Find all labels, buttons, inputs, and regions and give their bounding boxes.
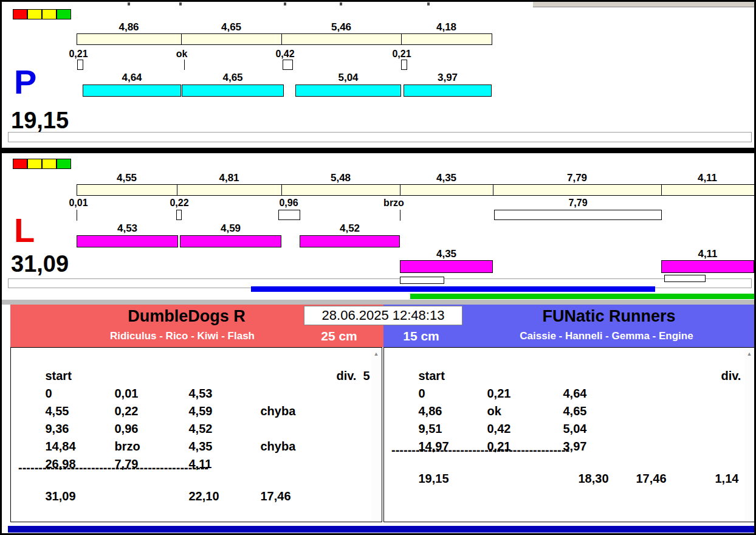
team-left-height: 25 cm [306,329,373,343]
p-change-marker [77,60,83,70]
l-planned-bar [77,184,755,196]
section-divider [2,300,754,305]
start-label: start [45,369,336,383]
l-change-label: 7,79 [551,198,605,209]
l-run-split-label: 4,53 [77,223,178,235]
table-scrollbar[interactable]: ▲ [371,348,381,521]
cell: 4,55 [45,404,114,418]
scroll-up-icon[interactable]: ▲ [371,348,381,357]
menu-text-fragment [128,2,130,5]
cell: ok [487,404,563,418]
lane-l-letter: L [14,213,35,247]
p-change-label: 0,21 [54,49,103,60]
l-run-split-label: 4,35 [400,248,493,260]
total-cell: 22,10 [188,489,260,503]
team-right-table: startdiv. 5 00,214,64 4,86ok4,65 9,510,4… [383,347,755,522]
total-cell: 1,14 [715,472,738,486]
timestamp: 28.06.2025 12:48:13 [304,306,462,325]
l-position-marker [400,277,444,284]
p-planned-bar [77,33,492,45]
p-change-label: ok [157,49,206,60]
menu-text-fragment [340,2,342,5]
cell: 5,04 [563,422,636,436]
cell: 4,53 [188,387,260,401]
total-cell: 17,46 [260,489,290,503]
l-run-bar [661,260,754,273]
progress-bar-blue [251,286,655,292]
start-label: start [418,369,721,383]
l-change-label: brzo [366,198,421,209]
l-change-tick [400,210,400,221]
l-position-marker [664,275,706,282]
p-planned-split-label: 4,18 [401,21,492,33]
p-run-bar [182,85,284,97]
team-left-table: startdiv. 5 00,014,53 4,550,224,59chyba … [10,347,382,522]
cell: 0,21 [487,387,563,401]
l-run-split-label: 4,52 [300,223,400,235]
cell: 0,01 [114,387,188,401]
l-run-bar [77,235,178,247]
p-track-strip [8,132,752,142]
bottom-status-strip [8,526,754,533]
l-run-split-label: 4,11 [661,248,754,260]
cell: chyba [260,440,295,454]
cell: 4,86 [418,404,487,418]
total-cell: 19,15 [418,472,578,486]
team-right-members: Caissie - Hanneli - Gemma - Engine [458,330,755,342]
p-change-label: 0,21 [377,49,426,60]
total-cell: 18,30 [578,472,636,486]
table-header-row: startdiv. 5 [391,355,755,373]
cell: 0 [418,387,487,401]
p-run-split-label: 5,04 [295,72,401,84]
p-planned-split-label: 5,46 [281,21,401,33]
cell: chyba [260,404,295,418]
l-planned-split-label: 4,35 [400,172,493,184]
p-run-split-label: 3,97 [404,72,492,84]
l-change-label: 0,96 [261,198,316,209]
traffic-light-yellow [42,9,57,19]
traffic-light-green [57,9,71,19]
menu-text-fragment [284,2,286,5]
cell: 4,65 [563,404,636,418]
cell: 0,22 [114,404,188,418]
cell: 0 [45,387,114,401]
lane-p-total: 19,15 [11,109,69,132]
p-change-marker [401,60,407,70]
cell: 3,97 [563,440,636,454]
l-planned-split-label: 7,79 [493,172,661,184]
cell: 0,42 [487,422,563,436]
cell: 4,35 [188,440,260,454]
p-change-tick [184,60,185,70]
total-cell: 17,46 [636,472,715,486]
table-totals-row: 19,1518,3017,461,14 [391,458,755,476]
traffic-light-red [13,9,27,19]
l-change-label: 0,22 [152,198,207,209]
l-run-bar [300,235,400,247]
table-separator: ----------------------------------------… [18,461,382,475]
p-run-bar [404,85,492,97]
l-run-bar [180,235,281,247]
p-change-label: 0,42 [261,49,309,60]
l-change-tick [77,210,77,221]
menu-text-fragment [427,2,430,5]
timing-app-window: 4,86 4,65 5,46 4,18 0,21 ok 0,42 0,21 P … [0,0,756,535]
l-change-marker [176,210,182,220]
cell: 0,96 [114,422,188,436]
l-planned-split-label: 4,81 [177,172,281,184]
traffic-light-yellow [42,159,57,169]
l-change-label: 0,01 [51,198,106,209]
l-run-bar [400,260,493,273]
p-planned-split-label: 4,86 [77,21,181,33]
team-right-height: 15 cm [391,329,452,343]
cell: 9,51 [418,422,487,436]
scroll-up-icon[interactable]: ▲ [744,348,754,357]
p-run-split-label: 4,64 [83,72,181,84]
cell: 14,84 [45,440,114,454]
p-planned-split-label: 4,65 [181,21,281,33]
l-change-marker [494,210,662,220]
table-scrollbar[interactable]: ▲ [744,348,754,521]
lane-p-letter: P [14,65,36,99]
l-planned-split-label: 4,11 [661,172,754,184]
p-change-marker [283,60,293,70]
team-right-name: FUNatic Runners [462,307,755,326]
